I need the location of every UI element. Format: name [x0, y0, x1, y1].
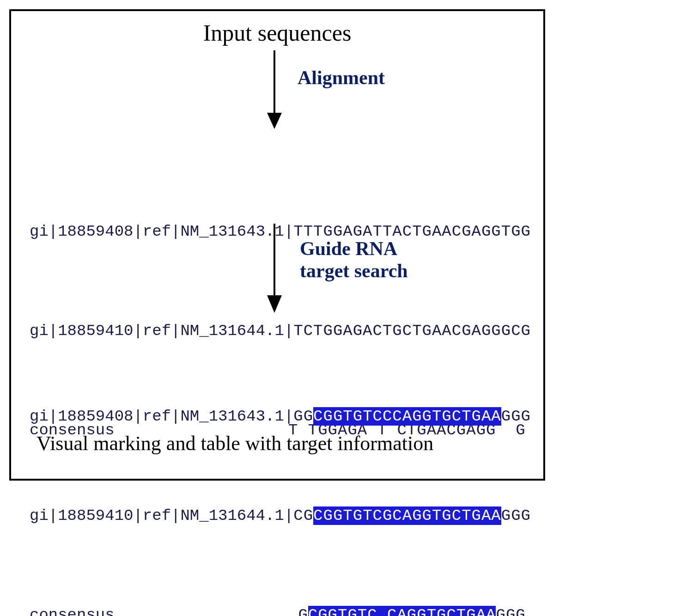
- diagram-frame: Input sequences Alignment gi|18859408|re…: [9, 9, 545, 481]
- seq-prefix: CG: [293, 507, 313, 525]
- seq-highlight: CGGTGTCGCAGGTGCTGAA: [313, 506, 501, 525]
- output-caption: Visual marking and table with target inf…: [36, 432, 433, 455]
- input-sequences-title: Input sequences: [11, 19, 543, 46]
- seq-suffix: GGG: [501, 408, 531, 425]
- target-row: gi|18859408|ref|NM_131643.1| GGCGGTGTCCC…: [30, 404, 531, 429]
- arrow-target-search: [261, 221, 288, 316]
- seq-label: gi|18859410|ref|NM_131644.1|: [30, 504, 293, 529]
- svg-marker-3: [267, 295, 282, 313]
- seq-highlight: CGGTGTCCCAGGTGCTGAA: [313, 407, 501, 426]
- seq-suffix: GGG: [501, 507, 531, 525]
- guide-rna-step-label: Guide RNA target search: [300, 238, 408, 282]
- seq-suffix: GGG: [496, 606, 525, 616]
- guide-rna-step-label-line2: target search: [300, 260, 408, 282]
- seq-bases: CGCGGTGTCGCAGGTGCTGAAGGG: [293, 504, 531, 529]
- alignment-step-label: Alignment: [298, 67, 385, 89]
- seq-prefix: G: [288, 606, 308, 616]
- target-block: gi|18859408|ref|NM_131643.1| GGCGGTGTCCC…: [30, 330, 531, 616]
- seq-label: consensus: [30, 603, 288, 616]
- seq-highlight: CGGTGTC CAGGTGCTGAA: [308, 606, 496, 616]
- target-row-consensus: consensus GCGGTGTC CAGGTGCTGAAGGG: [30, 603, 531, 616]
- guide-rna-step-label-line1: Guide RNA: [300, 238, 408, 260]
- target-row: gi|18859410|ref|NM_131644.1| CGCGGTGTCGC…: [30, 504, 531, 529]
- svg-marker-1: [267, 113, 282, 129]
- seq-prefix: GG: [293, 408, 313, 425]
- seq-label: gi|18859408|ref|NM_131643.1|: [30, 404, 293, 429]
- arrow-alignment: [261, 48, 288, 131]
- seq-bases: GGCGGTGTCCCAGGTGCTGAAGGG: [293, 404, 531, 429]
- seq-bases: GCGGTGTC CAGGTGCTGAAGGG: [288, 603, 526, 616]
- seq-label: gi|18859408|ref|NM_131643.1|: [30, 220, 293, 244]
